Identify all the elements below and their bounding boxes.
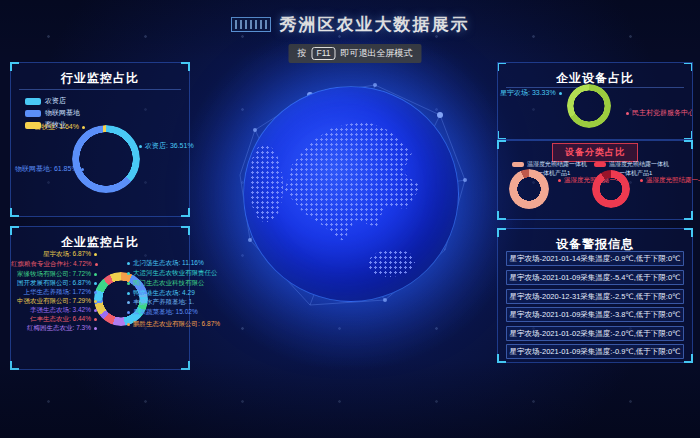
legend-swatch bbox=[25, 98, 41, 105]
legend-label: 农资店 bbox=[45, 96, 66, 106]
title-divider bbox=[19, 89, 181, 90]
chart-callout: 丰源水产养殖基地: 1. bbox=[127, 298, 194, 306]
class-left-donut-chart[interactable] bbox=[509, 169, 549, 209]
chart-callout: 星宇农场: 33.33% bbox=[500, 89, 560, 97]
chart-callout: 中强农业有限公司: 7.29% bbox=[11, 297, 97, 305]
chart-callout: 鸭窝港生态农场: 4.29 bbox=[127, 289, 195, 297]
alarm-row: 星宇农场-2021-01-09采集温度:-5.4℃,低于下限:0℃ bbox=[506, 270, 684, 285]
legend-item[interactable]: 物联网基地 bbox=[25, 108, 80, 118]
alarm-row: 星宇农场-2021-01-02采集温度:-2.0℃,低于下限:0℃ bbox=[506, 326, 684, 341]
brand-logo bbox=[231, 17, 271, 32]
chart-callout: 北汈荡生态农场: 11.16% bbox=[127, 259, 204, 267]
chart-callout: 李强生态农场: 3.42% bbox=[11, 306, 97, 314]
legend-swatch bbox=[594, 162, 606, 167]
chart-callout: 上华生态养殖场: 1.72% bbox=[11, 288, 97, 296]
alarm-row: 星宇农场-2021-01-09采集温度:-0.9℃,低于下限:0℃ bbox=[506, 344, 684, 359]
page-title: 秀洲区农业大数据展示 bbox=[280, 13, 470, 36]
panel-enterprise-device-ratio: 企业设备占比 星宇农场: 33.33% 民主村党群服务中心: bbox=[497, 62, 693, 140]
panel-title: 企业设备占比 bbox=[498, 63, 692, 87]
fullscreen-tip: 按 F11 即可退出全屏模式 bbox=[288, 44, 421, 63]
device-donut-chart[interactable] bbox=[567, 84, 611, 128]
legend-swatch bbox=[512, 162, 524, 167]
chart-callout: 物联网基地: 61.85% bbox=[15, 165, 73, 173]
chart-callout: 农资店: 36.51% bbox=[139, 142, 194, 150]
panel-title: 设备警报信息 bbox=[498, 229, 692, 253]
chart-callout: 国开发展有限公司: 6.87% bbox=[11, 279, 97, 287]
panel-device-class-ratio: 设备分类占比 温湿度光照结露一体机 一体机产品1 温湿度光照结露一— 温湿度光照… bbox=[497, 140, 693, 220]
chart-callout: 鹏胜生态农业有限公司: 6.87% bbox=[127, 320, 220, 328]
panel-device-alarm-info: 设备警报信息 星宇农场-2021-01-14采集温度:-0.9℃,低于下限:0℃… bbox=[497, 228, 693, 363]
chart-callout: 红旗粮食专业合作社: 4.72% bbox=[11, 260, 97, 268]
industry-donut-chart[interactable] bbox=[72, 125, 140, 193]
legend-item[interactable]: 温湿度光照结露一体机 bbox=[594, 160, 669, 169]
chart-callout: 家缘牧场有限公司: 7.72% bbox=[11, 270, 97, 278]
panel-enterprise-monitor-ratio: 企业监控占比 星宇农场: 6.87% 红旗粮食专业合作社: 4.72% 家缘牧场… bbox=[10, 226, 190, 370]
chart-callout: 红梅园生态农业: 7.3% bbox=[11, 324, 97, 332]
chart-callout: 温湿度光照结露一— bbox=[640, 176, 700, 184]
legend-label: 温湿度光照结露一体机 bbox=[609, 160, 669, 169]
page-header: 秀洲区农业大数据展示 bbox=[0, 13, 700, 36]
class-right-donut-chart[interactable] bbox=[592, 170, 630, 208]
globe-dots-decoration bbox=[250, 145, 282, 222]
chart-callout: 大运河生态农牧业有限责任公 bbox=[127, 269, 218, 277]
globe-dots-decoration bbox=[259, 102, 443, 286]
globe-dots-decoration bbox=[368, 250, 415, 278]
chart-callout: 陶门生态农业科技有限公 bbox=[127, 279, 205, 287]
chart-callout: 瓜果蔬菜基地: 15.02% bbox=[127, 308, 198, 316]
globe bbox=[243, 86, 459, 302]
chart-callout: 民主村党群服务中心: bbox=[626, 109, 693, 117]
panel-industry-monitor-ratio: 行业监控占比 农资店 物联网基地 畜牧业 畜牧业: 1.64% 农资店: 36.… bbox=[10, 62, 190, 217]
tip-prefix: 按 bbox=[297, 47, 306, 60]
alarm-row: 星宇农场-2020-12-31采集温度:-2.5℃,低于下限:0℃ bbox=[506, 289, 684, 304]
chart-callout: 畜牧业: 1.64% bbox=[25, 123, 85, 131]
panel-title: 企业监控占比 bbox=[11, 227, 189, 251]
legend-item[interactable]: 温湿度光照结露一体机 bbox=[512, 160, 587, 169]
chart-callout: 星宇农场: 6.87% bbox=[11, 250, 97, 258]
chart-callout: 仁丰生态农业: 6.44% bbox=[11, 315, 97, 323]
f11-key-badge: F11 bbox=[311, 47, 335, 60]
legend-swatch bbox=[25, 110, 41, 117]
tip-suffix: 即可退出全屏模式 bbox=[341, 47, 413, 60]
alarm-row: 星宇农场-2021-01-09采集温度:-3.8℃,低于下限:0℃ bbox=[506, 307, 684, 322]
legend-item[interactable]: 农资店 bbox=[25, 96, 66, 106]
legend-label: 物联网基地 bbox=[45, 108, 80, 118]
alarm-row: 星宇农场-2021-01-14采集温度:-0.9℃,低于下限:0℃ bbox=[506, 251, 684, 266]
panel-title: 行业监控占比 bbox=[11, 63, 189, 87]
legend-label: 温湿度光照结露一体机 bbox=[527, 160, 587, 169]
